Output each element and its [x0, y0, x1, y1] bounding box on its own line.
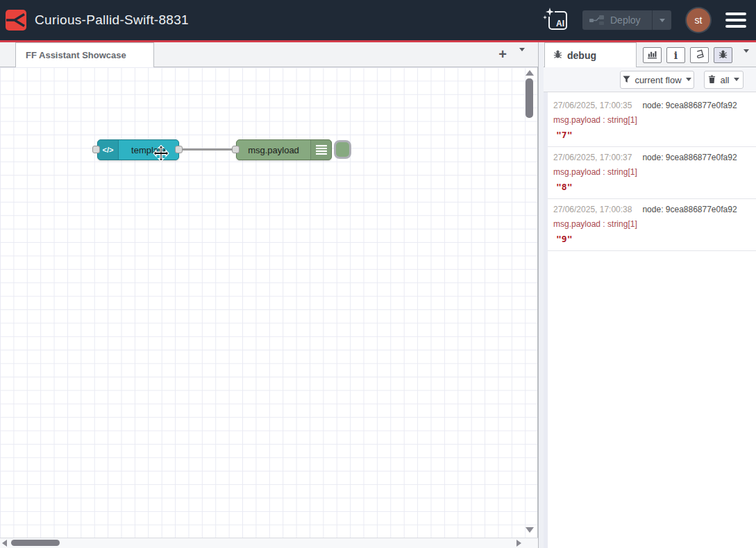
hamburger-icon — [725, 12, 746, 15]
deploy-button[interactable]: Deploy — [582, 10, 671, 30]
horizontal-scrollbar-thumb[interactable] — [11, 540, 60, 546]
bug-icon — [719, 49, 728, 62]
sparkle-small-icon — [543, 15, 547, 19]
chevron-down-icon — [744, 49, 749, 67]
avatar-initials: st — [695, 15, 703, 26]
debug-source-node: node: 9cea886877e0fa92 — [642, 153, 737, 162]
debug-clear-button[interactable]: all — [704, 71, 744, 89]
tab-info-button[interactable]: i — [666, 47, 685, 63]
trash-icon — [708, 75, 716, 85]
chart-icon — [647, 49, 657, 62]
debug-property: msg.payload : string[1] — [553, 167, 749, 177]
book-icon — [695, 49, 705, 62]
chevron-down-icon — [519, 48, 525, 66]
debug-filter-button[interactable]: current flow — [620, 71, 694, 89]
user-avatar[interactable]: st — [687, 8, 710, 32]
debug-message[interactable]: 27/06/2025, 17:00:35 node: 9cea886877e0f… — [548, 95, 756, 147]
deploy-nodes-icon — [589, 15, 605, 26]
flow-list-button[interactable] — [519, 51, 525, 64]
main-menu-button[interactable] — [725, 12, 746, 28]
debug-timestamp: 27/06/2025, 17:00:37 — [553, 153, 632, 162]
debug-property: msg.payload : string[1] — [553, 219, 749, 229]
debug-message[interactable]: 27/06/2025, 17:00:38 node: 9cea886877e0f… — [548, 199, 756, 251]
node-debug-label: msg.payload — [237, 140, 310, 160]
page-title: Curious-Pallid-Swift-8831 — [35, 12, 189, 28]
wire-template-to-debug[interactable] — [179, 148, 236, 151]
deploy-label: Deploy — [610, 15, 652, 26]
debug-message[interactable]: 27/06/2025, 17:00:37 node: 9cea886877e0f… — [548, 147, 756, 199]
ai-assistant-button[interactable]: AI — [548, 11, 567, 30]
code-icon: </> — [98, 140, 119, 160]
sidebar-splitter[interactable] — [538, 42, 544, 548]
clear-label: all — [720, 75, 729, 85]
move-cursor-icon — [152, 144, 170, 162]
deploy-options-button[interactable] — [652, 10, 671, 30]
funnel-icon — [623, 75, 630, 85]
debug-value: "8" — [553, 182, 749, 192]
debug-toolbar: current flow all — [544, 67, 756, 92]
tab-debug-label: debug — [567, 50, 596, 61]
tab-help-button[interactable] — [690, 47, 709, 63]
scroll-down-arrow[interactable] — [526, 527, 534, 533]
tab-label: FF Assistant Showcase — [26, 50, 126, 60]
debug-value: "9" — [553, 234, 749, 244]
node-debug-input-port[interactable] — [232, 146, 240, 153]
info-icon: i — [674, 50, 678, 61]
tab-dashboard-button[interactable] — [643, 47, 662, 63]
chevron-down-icon — [686, 78, 691, 84]
debug-source-node: node: 9cea886877e0fa92 — [642, 205, 737, 214]
debug-timestamp: 27/06/2025, 17:00:35 — [553, 101, 632, 110]
tab-ff-assistant-showcase[interactable]: FF Assistant Showcase — [15, 42, 154, 67]
bug-icon — [553, 49, 562, 61]
node-template-output-port[interactable] — [175, 146, 183, 153]
debug-value: "7" — [553, 130, 749, 140]
debug-message-list: 27/06/2025, 17:00:35 node: 9cea886877e0f… — [544, 92, 756, 548]
add-flow-button[interactable]: + — [493, 44, 512, 64]
tab-debug[interactable]: debug — [544, 42, 637, 67]
scroll-up-arrow[interactable] — [526, 70, 534, 76]
sidebar: debug i — [544, 42, 756, 548]
ai-label: AI — [556, 19, 564, 28]
debug-toggle-button[interactable] — [334, 140, 351, 159]
debug-source-node: node: 9cea886877e0fa92 — [642, 101, 737, 110]
tab-debug-icon-button[interactable] — [714, 47, 732, 63]
chevron-down-icon — [734, 78, 739, 84]
app-header: Curious-Pallid-Swift-8831 AI Deploy — [0, 0, 756, 40]
debug-property: msg.payload : string[1] — [553, 115, 749, 125]
filter-label: current flow — [635, 75, 681, 85]
chevron-down-icon — [660, 19, 665, 25]
scroll-right-arrow[interactable] — [516, 540, 521, 547]
flow-canvas[interactable]: </> template msg.payload — [0, 67, 538, 538]
sidebar-tabs-menu-button[interactable] — [744, 53, 749, 65]
justify-lines-icon — [310, 140, 331, 160]
vertical-scrollbar-thumb[interactable] — [526, 78, 533, 118]
scroll-left-arrow[interactable] — [2, 540, 7, 547]
flowfuse-logo-icon — [6, 10, 26, 31]
node-template-input-port[interactable] — [92, 146, 100, 153]
debug-timestamp: 27/06/2025, 17:00:38 — [553, 205, 632, 214]
node-debug[interactable]: msg.payload — [236, 139, 332, 160]
horizontal-scrollbar-track[interactable] — [0, 538, 538, 548]
